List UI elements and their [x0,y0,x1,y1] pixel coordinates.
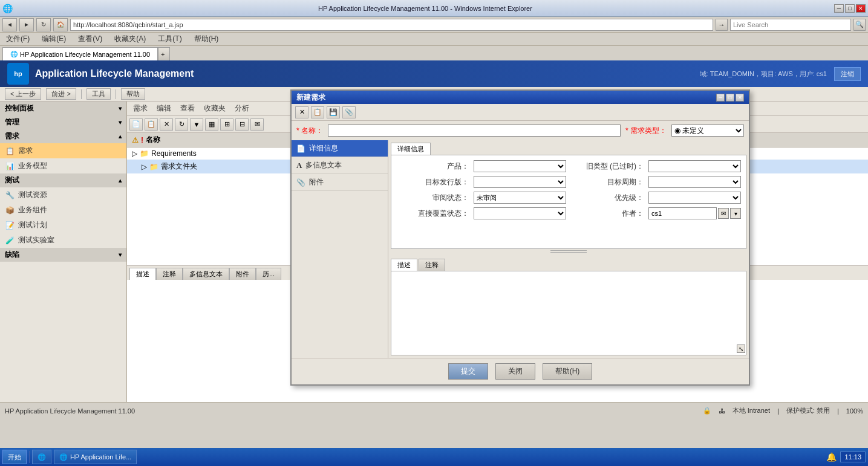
sidebar-section-test[interactable]: 测试 ▴ [0,173,126,187]
sidebar-item-business-model[interactable]: 📊 业务模型 [0,158,126,173]
left-panel-richtext[interactable]: A 多信息文本 [292,157,388,174]
modal-name-input[interactable] [328,125,621,137]
desc-textarea[interactable] [391,271,746,355]
close-button[interactable]: ✕ [856,4,866,13]
name-column-header: 名称 [146,135,160,145]
new-child-btn[interactable]: 📋 [145,118,158,131]
modal-type-select[interactable]: ◉ 未定义 [671,125,744,137]
forward-toolbar-btn[interactable]: 前进 > [46,88,76,100]
field-product[interactable] [474,160,566,172]
help-toolbar-btn[interactable]: 帮助 [121,88,145,100]
field-coverage[interactable] [474,207,566,219]
taskbar-app-label: HP Application Life... [70,453,131,461]
content-tab-desc[interactable]: 描述 [129,268,156,280]
menu-tools[interactable]: 工具(T) [154,33,185,45]
field-priority[interactable] [648,192,741,204]
sidebar-section-defects[interactable]: 缺陷 ▾ [0,248,126,262]
new-tab-button[interactable]: + [158,47,170,60]
sidebar-item-requirements[interactable]: 📋 需求 [0,143,126,158]
sidebar-section-dashboard[interactable]: 控制面板 ▾ [0,102,126,115]
collapse-btn[interactable]: ⊟ [235,118,249,131]
modal-titlebar: 新建需求 ─ □ ✕ [292,91,749,104]
expand-btn[interactable]: ⊞ [220,118,233,131]
field-old-type[interactable] [648,160,741,172]
menu-help[interactable]: 帮助(H) [191,33,223,45]
modal-minimize-btn[interactable]: ─ [716,94,725,102]
modal-attach-btn[interactable]: 📎 [342,106,356,118]
back-toolbar-btn[interactable]: < 上一步 [5,88,41,100]
left-panel-details[interactable]: 📄 详细信息 [292,140,388,157]
left-panel-richtext-label: 多信息文本 [305,160,342,170]
browser-menu-bar: 文件(F) 编辑(E) 查看(V) 收藏夹(A) 工具(T) 帮助(H) [0,33,868,46]
taskbar-ie-icon[interactable]: 🌐 [32,450,51,464]
minimize-button[interactable]: ─ [834,4,844,13]
content-menu-req[interactable]: 需求 [129,103,151,114]
menu-view[interactable]: 查看(V) [74,33,106,45]
field-target-cycle[interactable] [648,176,741,188]
sidebar-section-requirements[interactable]: 需求 ▴ [0,129,126,143]
content-tab-more[interactable]: 历... [256,268,281,280]
modal-close-btn[interactable]: ✕ [736,94,744,102]
modal-restore-btn[interactable]: □ [726,94,734,102]
content-tab-comments[interactable]: 注释 [156,268,183,280]
modal-copy-btn[interactable]: 📋 [311,106,324,118]
modal-save-btn[interactable]: 💾 [327,106,340,118]
menu-file[interactable]: 文件(F) [2,33,33,45]
author-email-btn[interactable]: ✉ [718,208,729,219]
detail-tab-details[interactable]: 详细信息 [391,143,431,155]
submit-button[interactable]: 提交 [448,363,488,380]
search-button[interactable]: 🔍 [853,19,866,31]
forward-button[interactable]: ► [19,18,34,31]
modal-body: 📄 详细信息 A 多信息文本 📎 附件 详细信息 [292,140,749,358]
menu-edit[interactable]: 编辑(E) [38,33,70,45]
test-lab-icon: 🧪 [5,236,15,245]
left-panel-attachments[interactable]: 📎 附件 [292,174,388,191]
go-button[interactable]: → [716,19,728,31]
delete-btn[interactable]: ✕ [160,118,173,131]
address-input[interactable] [70,19,713,31]
modal-dialog: 新建需求 ─ □ ✕ ✕ 📋 💾 📎 * 名称： * 需求类型： ◉ 未定义 [290,89,750,386]
sidebar-section-admin[interactable]: 管理 ▾ [0,115,126,129]
desc-tab-comments[interactable]: 注释 [419,259,445,271]
field-review-status[interactable]: 未审阅 [474,192,566,204]
field-author[interactable] [648,207,717,219]
content-menu-favorites[interactable]: 收藏夹 [200,103,229,114]
restore-button[interactable]: □ [845,4,855,13]
expand-panel-btn[interactable]: ⤡ [737,345,745,353]
content-menu-edit[interactable]: 编辑 [153,103,175,114]
sidebar-item-business-components[interactable]: 📦 业务组件 [0,202,126,218]
new-btn[interactable]: 📄 [129,118,143,131]
refresh-btn[interactable]: ↻ [175,118,188,131]
modal-cancel-btn[interactable]: ✕ [295,106,308,118]
panel-separator[interactable] [388,249,749,254]
refresh-button[interactable]: ↻ [36,18,51,31]
sidebar-item-test-lab[interactable]: 🧪 测试实验室 [0,233,126,248]
sidebar-item-test-resources[interactable]: 🔧 测试资源 [0,187,126,202]
sidebar: 控制面板 ▾ 管理 ▾ 需求 ▴ 📋 需求 📊 业务模型 测试 ▴ 🔧 测试资源 [0,102,127,402]
author-browse-btn[interactable]: ▾ [730,208,741,219]
browser-tab-0[interactable]: 🌐 HP Application Lifecycle Management 11… [2,47,158,60]
menu-favorites[interactable]: 收藏夹(A) [111,33,149,45]
start-button[interactable]: 开始 [2,450,27,464]
grid-btn[interactable]: ▦ [205,118,218,131]
help-button[interactable]: 帮助(H) [543,363,593,380]
content-menu-view[interactable]: 查看 [177,103,198,114]
content-menu-analysis[interactable]: 分析 [231,103,253,114]
content-tab-richtext[interactable]: 多信息文本 [183,268,229,280]
back-button[interactable]: ◄ [2,18,17,31]
sidebar-section-requirements-label: 需求 [5,131,19,141]
field-label-author: 作者： [571,209,644,219]
taskbar-app-item[interactable]: 🌐 HP Application Life... [54,450,137,464]
sidebar-item-test-plan[interactable]: 📝 测试计划 [0,218,126,233]
field-target-release[interactable] [474,176,566,188]
tools-toolbar-btn[interactable]: 工具 [86,88,111,100]
logout-button[interactable]: 注销 [834,67,861,81]
send-btn[interactable]: ✉ [250,118,264,131]
desc-tab-desc[interactable]: 描述 [391,259,417,271]
close-button[interactable]: 关闭 [495,363,535,380]
search-input[interactable] [730,19,851,31]
content-tab-attachments[interactable]: 附件 [229,268,256,280]
filter-btn[interactable]: ▼ [190,118,203,131]
home-button[interactable]: 🏠 [53,18,68,31]
taskbar-notify-area: 🔔 [826,452,837,462]
